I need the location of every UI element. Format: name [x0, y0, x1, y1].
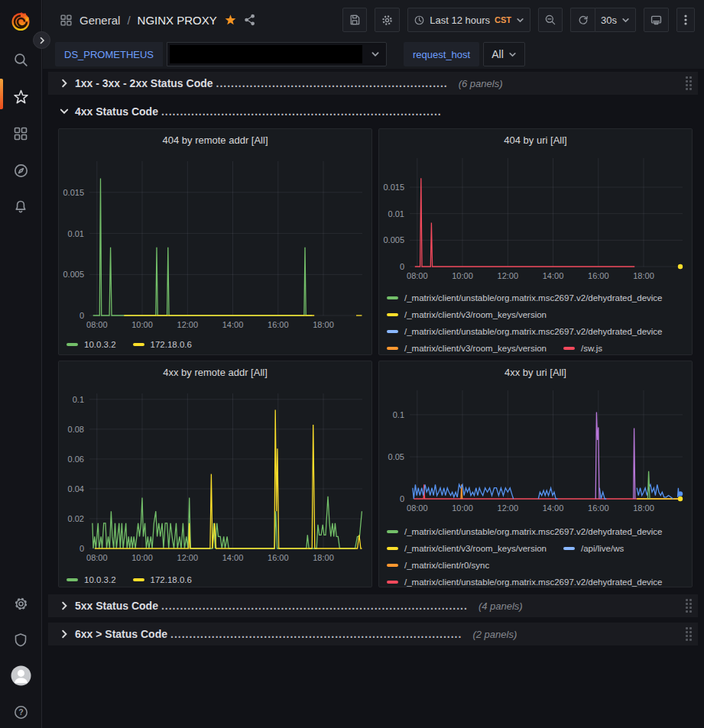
- legend-item[interactable]: /sw.js: [563, 344, 602, 353]
- svg-text:0: 0: [79, 544, 84, 553]
- time-range-picker[interactable]: Last 12 hours CST: [407, 8, 530, 32]
- avatar: [11, 665, 31, 686]
- row-leader-dots: ........................................…: [216, 77, 448, 89]
- save-dashboard-button[interactable]: [342, 8, 367, 32]
- row-panel-count: (2 panels): [472, 629, 517, 640]
- legend-item[interactable]: /_matrix/client/v3/room_keys/version: [387, 344, 547, 353]
- datasource-value-redacted: [170, 45, 362, 63]
- legend-item[interactable]: /_matrix/client/v3/room_keys/version: [387, 310, 547, 319]
- svg-text:10:00: 10:00: [452, 271, 473, 280]
- panel-title[interactable]: 4xx by remote addr [All]: [59, 361, 371, 383]
- sidebar-item-server-admin[interactable]: [0, 624, 41, 655]
- panel-title[interactable]: 404 by remote addr [All]: [59, 129, 371, 150]
- zoom-out-button[interactable]: [538, 8, 563, 32]
- more-options-button[interactable]: [676, 8, 695, 32]
- svg-text:0: 0: [79, 311, 84, 320]
- kebab-menu-icon: [680, 14, 691, 26]
- legend-swatch: [387, 347, 398, 350]
- dashboard-canvas: 1xx - 3xx - 2xx Status Code ............…: [43, 69, 704, 728]
- breadcrumb-section[interactable]: General: [79, 14, 120, 27]
- panel-legend: /_matrix/client/unstable/org.matrix.msc2…: [379, 288, 692, 355]
- chevron-down-icon: [371, 50, 380, 59]
- breadcrumb: General / NGINX PROXY: [60, 14, 256, 27]
- sidebar-item-starred[interactable]: [0, 82, 41, 112]
- legend-label: /_matrix/client/unstable/org.matrix.msc2…: [404, 293, 663, 303]
- apps-grid-icon: [60, 14, 73, 27]
- legend-swatch: [133, 578, 144, 581]
- row-header-5xx[interactable]: 5xx Status Code ........................…: [48, 594, 698, 617]
- refresh-button[interactable]: [570, 8, 595, 32]
- legend-swatch: [563, 547, 575, 550]
- grafana-logo-icon[interactable]: [0, 6, 41, 37]
- dashboard-header: General / NGINX PROXY: [43, 0, 704, 40]
- panel-title[interactable]: 404 by uri [All]: [379, 129, 692, 150]
- svg-text:08:00: 08:00: [407, 503, 428, 513]
- legend-item[interactable]: /_matrix/client/unstable/org.matrix.msc2…: [387, 578, 663, 587]
- monitor-icon: [650, 14, 663, 27]
- svg-text:0.1: 0.1: [393, 410, 404, 419]
- chart-4xx-by-remote-addr[interactable]: 08:0010:0012:0014:0016:0018:0000.020.040…: [59, 383, 371, 570]
- legend-item[interactable]: /_matrix/client/unstable/org.matrix.msc2…: [387, 527, 663, 536]
- chevron-down-icon: [508, 50, 517, 59]
- row-drag-handle[interactable]: [686, 627, 692, 641]
- compass-icon: [13, 163, 29, 179]
- legend-item[interactable]: 10.0.3.2: [67, 575, 116, 584]
- row-header-1xx-3xx-2xx[interactable]: 1xx - 3xx - 2xx Status Code ............…: [48, 72, 698, 95]
- legend-item[interactable]: /_matrix/client/unstable/org.matrix.msc2…: [387, 327, 663, 336]
- legend-item[interactable]: /_matrix/client/v3/room_keys/version: [387, 544, 547, 553]
- legend-label: /_matrix/client/unstable/org.matrix.msc2…: [404, 327, 663, 336]
- svg-text:0.08: 0.08: [68, 425, 84, 434]
- chevron-down-icon: [516, 16, 524, 24]
- svg-text:16:00: 16:00: [588, 503, 609, 513]
- sidebar-expand-button[interactable]: [33, 31, 50, 49]
- refresh-interval-dropdown[interactable]: 30s: [595, 8, 636, 32]
- request-host-dropdown[interactable]: All: [483, 42, 525, 66]
- legend-label: 172.18.0.6: [151, 340, 192, 349]
- legend-item[interactable]: 172.18.0.6: [133, 340, 192, 349]
- request-host-label: request_host: [404, 42, 479, 66]
- kiosk-mode-button[interactable]: [644, 8, 669, 32]
- legend-item[interactable]: 10.0.3.2: [67, 340, 116, 349]
- svg-text:10:00: 10:00: [452, 503, 473, 513]
- datasource-dropdown[interactable]: [167, 42, 387, 66]
- legend-item[interactable]: /_matrix/client/unstable/org.matrix.msc2…: [387, 293, 663, 303]
- row-header-4xx[interactable]: 4xx Status Code ........................…: [48, 100, 698, 123]
- chevron-right-icon: [60, 629, 69, 639]
- svg-text:10:00: 10:00: [131, 320, 153, 329]
- row-header-6xx[interactable]: 6xx > Status Code ......................…: [48, 623, 698, 645]
- sidebar-item-dashboards[interactable]: [0, 118, 41, 149]
- share-icon[interactable]: [244, 14, 256, 26]
- svg-text:0.005: 0.005: [63, 270, 84, 279]
- row-leader-dots: ........................................…: [161, 600, 468, 612]
- sidebar-item-help[interactable]: ?: [0, 697, 41, 727]
- sidebar-item-configuration[interactable]: [0, 588, 41, 619]
- row-title: 6xx > Status Code: [75, 628, 167, 640]
- panel-title[interactable]: 4xx by uri [All]: [379, 361, 692, 383]
- dashboard-settings-button[interactable]: [375, 8, 400, 32]
- svg-text:0.1: 0.1: [73, 395, 84, 404]
- row-drag-handle[interactable]: [686, 599, 692, 613]
- sidebar-item-search[interactable]: [0, 44, 41, 75]
- chart-404-by-uri[interactable]: 08:0010:0012:0014:0016:0018:0000.0050.01…: [379, 150, 692, 288]
- svg-text:0.06: 0.06: [68, 455, 84, 464]
- favorite-star-icon[interactable]: [224, 14, 237, 27]
- chart-4xx-by-uri[interactable]: 08:0010:0012:0014:0016:0018:0000.050.1: [379, 383, 692, 522]
- svg-text:14:00: 14:00: [543, 503, 564, 513]
- chart-404-by-remote-addr[interactable]: 08:0010:0012:0014:0016:0018:0000.0050.01…: [59, 150, 371, 335]
- legend-item[interactable]: /_matrix/client/r0/sync: [387, 561, 489, 570]
- sidebar-item-explore[interactable]: [0, 155, 41, 186]
- chevron-down-icon: [621, 16, 630, 24]
- refresh-group: 30s: [570, 8, 636, 32]
- legend-item[interactable]: /api/live/ws: [563, 544, 624, 553]
- svg-text:12:00: 12:00: [177, 320, 199, 329]
- row-drag-handle[interactable]: [686, 76, 692, 90]
- sidebar-item-alerting[interactable]: [0, 191, 41, 222]
- legend-item[interactable]: 172.18.0.6: [133, 575, 192, 584]
- sidebar-item-user-profile[interactable]: [0, 660, 41, 691]
- chevron-down-icon: [60, 107, 69, 116]
- dashboard-title[interactable]: NGINX PROXY: [138, 14, 217, 27]
- svg-text:18:00: 18:00: [633, 503, 654, 513]
- legend-label: 10.0.3.2: [84, 575, 116, 584]
- svg-text:0.02: 0.02: [68, 514, 84, 523]
- legend-swatch: [67, 578, 78, 581]
